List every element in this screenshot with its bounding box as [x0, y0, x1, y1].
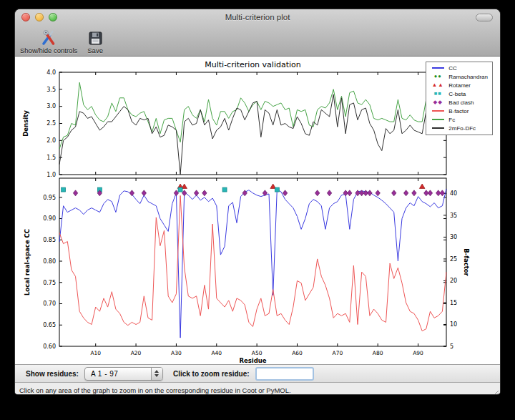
bad-clash-marker[interactable]	[428, 190, 432, 196]
top-plot-area[interactable]	[59, 72, 446, 175]
y-tick-label: 1.0	[46, 172, 56, 178]
zoom-residue-label: Click to zoom residue:	[173, 370, 250, 378]
minimize-button[interactable]	[35, 13, 44, 21]
show-residues-value: A 1 - 97	[85, 368, 151, 380]
y2-tick-label: 25	[450, 256, 457, 263]
x-tick-label: A50	[252, 350, 263, 356]
bad-clash-marker[interactable]	[348, 190, 352, 196]
c-beta-marker[interactable]	[178, 187, 182, 192]
y2-tick-label: 10	[450, 321, 457, 328]
x-tick-label: A20	[131, 350, 142, 356]
c-beta-marker[interactable]	[222, 187, 227, 192]
status-text: Click on any area of the graph to zoom i…	[19, 386, 291, 394]
save-button[interactable]: Save	[87, 29, 103, 54]
stepper-arrows-icon	[151, 368, 162, 380]
y-tick-label: 2.0	[46, 137, 56, 144]
legend-entry-2mfo-dfc: 2mFo-DFc	[429, 124, 488, 132]
show-residues-select[interactable]: A 1 - 97	[84, 367, 163, 381]
y-tick-label: 3.0	[46, 103, 56, 109]
legend-entry-rotamer: ▲▲Rotamer	[429, 82, 488, 89]
bad-clash-marker[interactable]	[142, 190, 146, 196]
tools-icon	[40, 29, 57, 46]
resize-grip[interactable]	[491, 389, 499, 395]
bottom-plot-area[interactable]	[59, 178, 446, 346]
legend-entry-fc: Fc	[429, 116, 488, 124]
density-axis-label: Density	[22, 110, 29, 137]
y-tick-label: 0.70	[43, 301, 56, 307]
bad-clash-marker[interactable]	[392, 190, 396, 196]
bad-clash-marker[interactable]	[73, 190, 77, 196]
bad-clash-marker[interactable]	[412, 190, 416, 196]
y-tick-label: 1.5	[46, 155, 56, 161]
cc-axis-label: Local real-space CC	[24, 229, 31, 296]
rotamer-marker[interactable]	[419, 184, 425, 188]
y-tick-label: 0.95	[43, 195, 56, 201]
y-tick-label: 0.80	[43, 258, 56, 265]
y-tick-label: 0.85	[43, 237, 56, 243]
x-tick-label: A40	[211, 350, 222, 356]
title-bar: Multi-criterion plot	[15, 9, 500, 25]
x-tick-label: A70	[333, 350, 343, 356]
controls-bar: Show residues: A 1 - 97 Click to zoom re…	[15, 364, 500, 382]
x-tick-label: A30	[171, 350, 182, 356]
window-chrome: Multi-criterion plot Show/hide controls	[15, 9, 500, 57]
window-title: Multi-criterion plot	[15, 13, 500, 21]
y2-tick-label: 5	[450, 343, 453, 350]
y2-tick-label: 30	[450, 234, 457, 240]
toolbar-toggle-button[interactable]	[476, 14, 493, 21]
bad-clash-marker[interactable]	[403, 190, 408, 196]
residue-axis-label: Residue	[239, 357, 266, 364]
show-hide-controls-button[interactable]: Show/hide controls	[20, 29, 77, 54]
y-tick-label: 0.65	[43, 322, 56, 328]
legend-entry-bad-clash: ◆◆Bad clash	[429, 99, 488, 107]
legend-entry-cc: CC	[429, 64, 488, 72]
bad-clash-marker[interactable]	[182, 190, 186, 196]
status-bar: Click on any area of the graph to zoom i…	[15, 382, 500, 395]
x-tick-label: A90	[413, 350, 423, 356]
y2-tick-label: 40	[450, 190, 457, 197]
legend-entry-c-beta: ■■C-beta	[429, 90, 488, 98]
bad-clash-marker[interactable]	[194, 190, 198, 196]
y-tick-label: 0.75	[43, 280, 56, 286]
bad-clash-marker[interactable]	[174, 190, 178, 196]
plot-figure: Multi-criterion validation1.01.52.02.53.…	[15, 57, 501, 364]
bad-clash-marker[interactable]	[202, 190, 207, 196]
x-tick-label: A60	[292, 350, 303, 356]
y2-tick-label: 35	[450, 213, 457, 219]
chart-title: Multi-criterion validation	[205, 60, 301, 69]
legend-entry-b-factor: B-factor	[429, 107, 488, 115]
y-tick-label: 4.0	[46, 69, 56, 76]
chart-legend: CC●●Ramachandran▲▲Rotamer■■C-beta◆◆Bad c…	[426, 62, 493, 135]
bad-clash-marker[interactable]	[263, 190, 267, 196]
show-hide-controls-label: Show/hide controls	[20, 47, 77, 54]
y-tick-label: 0.90	[43, 215, 56, 222]
bad-clash-marker[interactable]	[283, 190, 287, 196]
y-tick-label: 3.5	[46, 87, 56, 93]
legend-entry-ramachandran: ●●Ramachandran	[429, 73, 488, 81]
window: Multi-criterion plot Show/hide controls	[14, 9, 501, 395]
y-tick-label: 0.60	[43, 343, 56, 350]
c-beta-marker[interactable]	[275, 187, 279, 192]
c-beta-marker[interactable]	[62, 187, 66, 192]
toolbar: Show/hide controls Save	[15, 25, 500, 56]
bad-clash-marker[interactable]	[327, 190, 331, 196]
save-label: Save	[87, 47, 103, 54]
bfactor-axis-label: B-factor	[463, 248, 470, 276]
bad-clash-marker[interactable]	[440, 190, 444, 196]
bad-clash-marker[interactable]	[129, 190, 134, 196]
bad-clash-marker[interactable]	[368, 190, 372, 196]
x-tick-label: A80	[373, 350, 383, 356]
close-button[interactable]	[21, 13, 30, 21]
bad-clash-marker[interactable]	[376, 190, 380, 196]
show-residues-label: Show residues:	[26, 370, 79, 378]
save-icon	[88, 29, 103, 46]
x-tick-label: A10	[90, 350, 101, 356]
y2-tick-label: 15	[450, 300, 457, 306]
zoom-residue-input[interactable]	[255, 367, 314, 381]
zoom-button[interactable]	[49, 13, 57, 21]
y2-tick-label: 20	[450, 278, 457, 284]
y-tick-label: 2.5	[46, 120, 56, 127]
bad-clash-marker[interactable]	[315, 190, 319, 196]
